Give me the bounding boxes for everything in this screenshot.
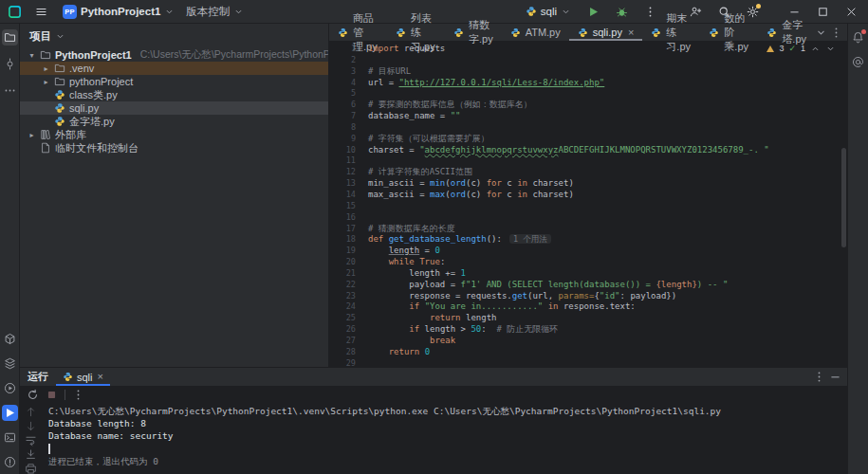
code-line: 20 while True: xyxy=(329,257,847,268)
next-problem-icon[interactable] xyxy=(825,44,836,54)
tree-item-外部库[interactable]: ▸外部库 xyxy=(20,128,328,141)
tree-item-label: class类.py xyxy=(69,88,118,101)
editor-scrollbar[interactable] xyxy=(841,148,846,247)
editor-tab-猜数字.py[interactable]: 猜数字.py xyxy=(445,24,502,41)
tree-chevron-icon[interactable]: ▸ xyxy=(42,64,50,73)
inspections-widget[interactable]: 3 ✓ 1 xyxy=(766,44,836,55)
console-line: Database name: security xyxy=(48,429,847,442)
maximize-button[interactable] xyxy=(809,2,836,21)
scratch-icon xyxy=(40,142,51,154)
tree-item-.venv[interactable]: ▸.venv xyxy=(20,62,328,75)
more-tool-windows-icon xyxy=(4,84,16,97)
tool-commit-button[interactable] xyxy=(2,56,18,72)
chevron-down-icon[interactable] xyxy=(55,31,65,42)
stop-button[interactable] xyxy=(46,389,58,401)
tree-chevron-icon[interactable]: ▸ xyxy=(42,78,50,86)
code-line: 14max_ascii = max(ord(c) for c in charse… xyxy=(329,190,847,201)
tree-item-pythonProject[interactable]: ▸pythonProject xyxy=(20,75,328,88)
tree-item-path: C:\Users\无心愁\PycharmProjects\PythonProje… xyxy=(140,48,328,62)
line-number: 14 xyxy=(329,190,368,201)
editor-tab-数的阶乘.py[interactable]: 数的阶乘.py xyxy=(700,24,758,41)
line-number: 27 xyxy=(329,336,368,347)
tab-options-icon[interactable] xyxy=(830,27,842,39)
console-line: C:\Users\无心愁\PycharmProjects\PythonProje… xyxy=(48,405,847,417)
folder-icon xyxy=(54,76,65,87)
editor-tab-金字塔.py[interactable]: 金字塔.py xyxy=(758,24,815,41)
prev-problem-icon[interactable] xyxy=(810,44,821,54)
run-panel-options-icon[interactable] xyxy=(813,371,825,383)
close-icon xyxy=(845,6,858,18)
tool-more-tool-windows-button[interactable] xyxy=(2,82,18,99)
python-file-icon xyxy=(338,27,348,38)
tree-item-临时文件和控制台[interactable]: 临时文件和控制台 xyxy=(20,141,328,155)
line-number: 3 xyxy=(329,66,368,78)
tree-item-金字塔.py[interactable]: 金字塔.py xyxy=(20,115,328,128)
line-number: 29 xyxy=(329,358,368,367)
run-tab-sqli[interactable]: sqli × xyxy=(56,368,110,386)
editor-tab-sqli.py[interactable]: sqli.py× xyxy=(569,24,643,41)
code-line: 29 xyxy=(329,358,847,367)
debug-button[interactable] xyxy=(608,2,635,21)
line-number: 12 xyxy=(329,167,368,178)
pycharm-logo-icon xyxy=(8,5,22,19)
run-configuration-selector[interactable]: sqli xyxy=(523,2,574,21)
tool-terminal-button[interactable] xyxy=(2,429,18,446)
prev-occurrence-button[interactable] xyxy=(25,406,37,418)
run-button[interactable] xyxy=(580,2,606,21)
rerun-button[interactable] xyxy=(27,389,39,401)
project-selector[interactable]: PP PythonProject1 xyxy=(60,2,177,21)
tab-list-chevron-icon[interactable] xyxy=(815,27,827,39)
hide-run-panel-icon[interactable] xyxy=(829,371,841,383)
notifications-button[interactable] xyxy=(850,29,866,46)
code-line: 25 return length xyxy=(329,313,847,324)
tool-project-button[interactable] xyxy=(2,29,18,46)
tool-services-button[interactable] xyxy=(2,356,18,372)
close-run-tab-icon[interactable]: × xyxy=(98,372,103,382)
line-number: 28 xyxy=(329,347,368,358)
main-menu-button[interactable] xyxy=(28,2,54,21)
soft-wrap-button[interactable] xyxy=(25,434,37,447)
services-icon xyxy=(4,357,16,370)
close-button[interactable] xyxy=(838,2,864,21)
python-file-icon xyxy=(453,27,464,38)
vcs-widget[interactable]: 版本控制 xyxy=(183,2,247,21)
line-number: 26 xyxy=(329,324,368,336)
close-tab-icon[interactable]: × xyxy=(628,27,634,38)
tool-python-console-button[interactable] xyxy=(2,380,18,396)
line-number: 25 xyxy=(329,313,368,324)
run-console[interactable]: C:\Users\无心愁\PycharmProjects\PythonProje… xyxy=(41,403,847,474)
code-line: 15 xyxy=(329,201,847,212)
tool-run-button[interactable] xyxy=(2,405,18,421)
line-number: 23 xyxy=(329,291,368,302)
tree-item-PythonProject1[interactable]: ▾PythonProject1C:\Users\无心愁\PycharmProje… xyxy=(20,48,328,62)
scroll-to-end-button[interactable] xyxy=(25,448,37,461)
more-run-actions[interactable] xyxy=(637,2,663,21)
tool-python-packages-button[interactable] xyxy=(2,331,18,347)
run-icon xyxy=(4,407,16,419)
editor-tab-列表练习.py[interactable]: 列表练习.py xyxy=(387,24,445,41)
chevron-down-icon xyxy=(561,7,571,17)
console-line: Database length: 8 xyxy=(48,417,847,429)
more-options-button[interactable] xyxy=(72,389,84,401)
code-editor[interactable]: 1import requests23# 目标URL4url = "http://… xyxy=(329,42,847,367)
next-occurrence-button[interactable] xyxy=(25,420,37,432)
editor-tab-ATM.py[interactable]: ATM.py xyxy=(502,24,569,41)
editor-tab-商品管理.py[interactable]: 商品管理.py xyxy=(329,24,387,41)
tree-item-class类.py[interactable]: class类.py xyxy=(20,88,328,101)
code-line: 10charset = "abcdefghijklmnopqrstuvwxyzA… xyxy=(329,145,847,156)
line-number: 5 xyxy=(329,88,368,100)
code-line: 11 xyxy=(329,155,847,167)
print-button[interactable] xyxy=(25,463,37,474)
editor-tab-期末练习.py[interactable]: 期末练习.py xyxy=(642,24,700,41)
project-badge: PP xyxy=(63,5,77,19)
code-line: 17# 猜测数据库名的长度 xyxy=(329,224,847,235)
code-line: 28 return 0 xyxy=(329,347,847,358)
tool-problems-button[interactable] xyxy=(2,454,18,470)
warning-icon xyxy=(766,46,774,52)
chevron-down-icon xyxy=(164,7,175,17)
tree-chevron-icon[interactable]: ▾ xyxy=(28,51,36,60)
ai-assistant-button[interactable] xyxy=(850,54,866,70)
python-file-icon xyxy=(651,27,661,38)
tree-chevron-icon[interactable]: ▸ xyxy=(28,131,36,139)
tree-item-sqli.py[interactable]: sqli.py xyxy=(20,101,328,115)
